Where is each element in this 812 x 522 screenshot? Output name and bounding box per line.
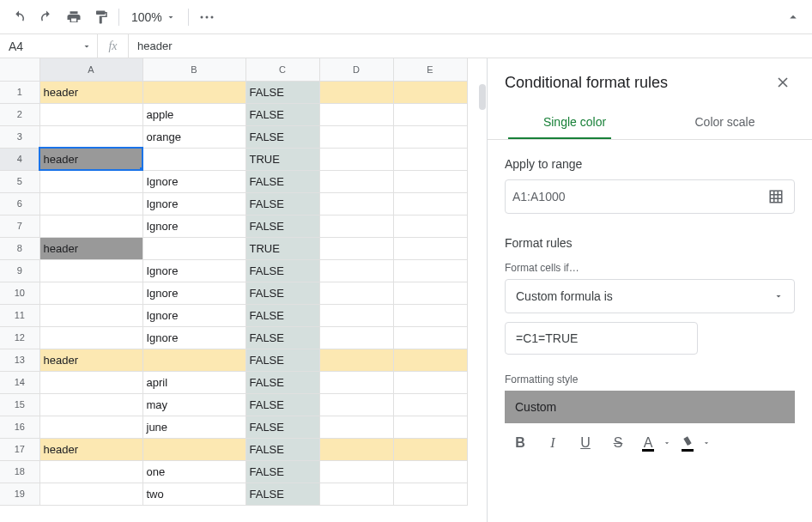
cell-B12[interactable]: Ignore [142,326,245,349]
undo-button[interactable] [7,5,31,29]
cell-A15[interactable] [39,393,142,416]
style-preview[interactable]: Custom [505,391,795,423]
name-box[interactable]: A4 [0,34,98,58]
cell-B7[interactable]: Ignore [142,215,245,237]
cell-A1[interactable]: header [39,81,142,103]
cell-E9[interactable] [393,259,467,282]
cell-A7[interactable] [39,215,142,237]
row-header-16[interactable]: 16 [0,416,39,438]
cell-C13[interactable]: FALSE [245,349,319,371]
row-header-1[interactable]: 1 [0,81,39,103]
row-header-2[interactable]: 2 [0,103,39,125]
cell-D12[interactable] [319,326,393,349]
cell-E1[interactable] [393,81,467,103]
row-header-17[interactable]: 17 [0,438,39,460]
cell-A12[interactable] [39,326,142,349]
row-header-11[interactable]: 11 [0,304,39,326]
cell-E7[interactable] [393,215,467,237]
row-header-7[interactable]: 7 [0,215,39,237]
cell-D9[interactable] [319,259,393,282]
cell-C7[interactable]: FALSE [245,215,319,237]
redo-button[interactable] [34,5,58,29]
cell-C19[interactable]: FALSE [245,483,319,505]
cell-A18[interactable] [39,460,142,483]
cell-B15[interactable]: may [142,393,245,416]
print-button[interactable] [62,5,86,29]
cell-D6[interactable] [319,192,393,215]
cell-C8[interactable]: TRUE [245,237,319,259]
cell-B17[interactable] [142,438,245,460]
row-header-6[interactable]: 6 [0,192,39,215]
cell-A16[interactable] [39,416,142,438]
cell-A3[interactable] [39,125,142,148]
cell-E16[interactable] [393,416,467,438]
cell-D4[interactable] [319,148,393,170]
cell-E13[interactable] [393,349,467,371]
cell-D13[interactable] [319,349,393,371]
column-header-A[interactable]: A [39,58,142,81]
paint-format-button[interactable] [89,5,113,29]
cell-C10[interactable]: FALSE [245,282,319,304]
cell-D7[interactable] [319,215,393,237]
cell-E5[interactable] [393,170,467,192]
row-header-4[interactable]: 4 [0,148,39,170]
spreadsheet-grid[interactable]: ABCDE1headerFALSE2appleFALSE3orangeFALSE… [0,58,487,522]
cell-E10[interactable] [393,282,467,304]
row-header-15[interactable]: 15 [0,393,39,416]
close-sidebar-button[interactable] [771,70,795,94]
cell-C4[interactable]: TRUE [245,148,319,170]
cell-E4[interactable] [393,148,467,170]
cell-B11[interactable]: Ignore [142,304,245,326]
cell-D18[interactable] [319,460,393,483]
cell-B3[interactable]: orange [142,125,245,148]
cell-B13[interactable] [142,349,245,371]
cell-C14[interactable]: FALSE [245,371,319,393]
cell-B9[interactable]: Ignore [142,259,245,282]
row-header-9[interactable]: 9 [0,259,39,282]
row-header-3[interactable]: 3 [0,125,39,148]
row-header-5[interactable]: 5 [0,170,39,192]
cell-C17[interactable]: FALSE [245,438,319,460]
column-header-B[interactable]: B [142,58,245,81]
collapse-toolbar-button[interactable] [781,5,805,29]
cell-D19[interactable] [319,483,393,505]
cell-A8[interactable]: header [39,237,142,259]
cell-B10[interactable]: Ignore [142,282,245,304]
cell-B4[interactable] [142,148,245,170]
row-header-18[interactable]: 18 [0,460,39,483]
column-header-D[interactable]: D [319,58,393,81]
cell-C9[interactable]: FALSE [245,259,319,282]
cell-C15[interactable]: FALSE [245,393,319,416]
cell-C6[interactable]: FALSE [245,192,319,215]
cell-D1[interactable] [319,81,393,103]
cell-D8[interactable] [319,237,393,259]
cell-C11[interactable]: FALSE [245,304,319,326]
cell-A17[interactable]: header [39,438,142,460]
row-header-8[interactable]: 8 [0,237,39,259]
row-header-10[interactable]: 10 [0,282,39,304]
cell-C2[interactable]: FALSE [245,103,319,125]
more-tools-button[interactable] [194,5,220,29]
cell-A5[interactable] [39,170,142,192]
cell-A19[interactable] [39,483,142,505]
cell-B1[interactable] [142,81,245,103]
cell-D14[interactable] [319,371,393,393]
cell-B18[interactable]: one [142,460,245,483]
cell-B8[interactable] [142,237,245,259]
cell-C1[interactable]: FALSE [245,81,319,103]
zoom-dropdown[interactable]: 100% [124,10,183,24]
cell-B16[interactable]: june [142,416,245,438]
cell-D3[interactable] [319,125,393,148]
cell-E14[interactable] [393,371,467,393]
row-header-13[interactable]: 13 [0,349,39,371]
row-header-12[interactable]: 12 [0,326,39,349]
cell-D15[interactable] [319,393,393,416]
cell-B14[interactable]: april [142,371,245,393]
cell-A9[interactable] [39,259,142,282]
cell-A10[interactable] [39,282,142,304]
cell-C12[interactable]: FALSE [245,326,319,349]
cell-D11[interactable] [319,304,393,326]
formula-bar-input[interactable]: header [129,34,812,58]
italic-button[interactable]: I [537,430,568,456]
cell-E8[interactable] [393,237,467,259]
